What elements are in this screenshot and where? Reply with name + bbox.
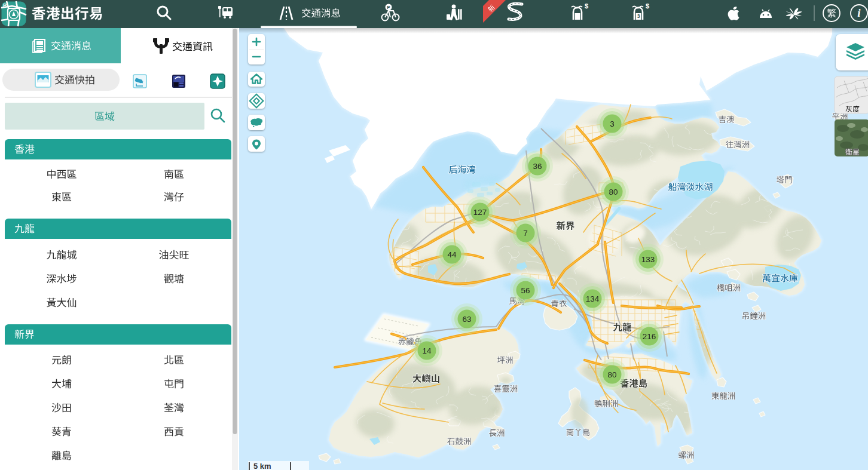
svg-text:36: 36 — [533, 162, 542, 171]
svg-text:3: 3 — [610, 119, 615, 128]
svg-text:$: $ — [646, 2, 649, 10]
svg-text:44: 44 — [447, 250, 457, 259]
svg-text:56: 56 — [521, 286, 530, 295]
svg-text:80: 80 — [607, 370, 616, 379]
svg-text:14: 14 — [422, 346, 432, 355]
svg-text:3: 3 — [637, 13, 640, 19]
svg-text:$: $ — [585, 2, 588, 10]
svg-text:i: i — [857, 7, 861, 19]
svg-text:134: 134 — [586, 294, 600, 303]
svg-text:127: 127 — [473, 208, 487, 217]
svg-text:P: P — [387, 5, 390, 10]
svg-text:133: 133 — [641, 255, 655, 264]
svg-text:P: P — [3, 2, 7, 8]
svg-text:7: 7 — [523, 229, 528, 238]
svg-text:5 km: 5 km — [253, 462, 271, 470]
svg-text:216: 216 — [643, 332, 656, 341]
svg-text:63: 63 — [462, 315, 471, 324]
svg-text:80: 80 — [609, 188, 618, 196]
